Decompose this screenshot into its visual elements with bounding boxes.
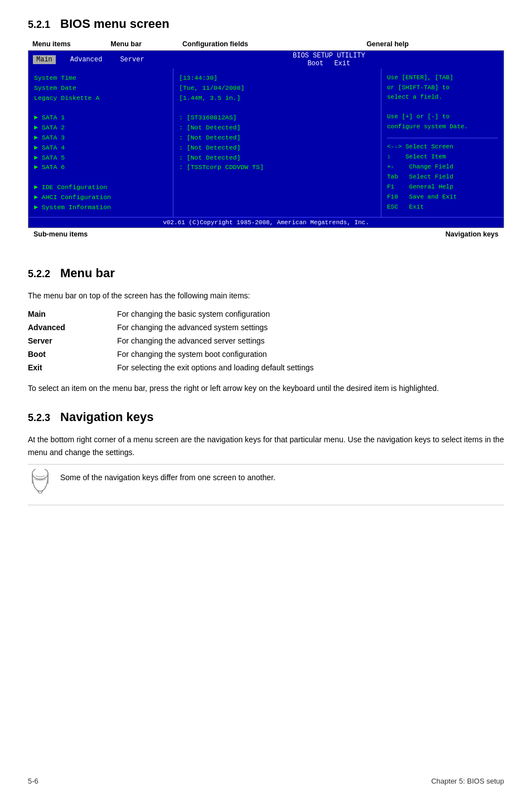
menu-item-advanced: Advanced: [67, 55, 106, 64]
section-522: 5.2.2 Menu bar The menu bar on top of th…: [28, 266, 504, 395]
section-523-title: Navigation keys: [60, 410, 154, 424]
bios-body: System Time System Date Legacy Diskette …: [28, 69, 504, 217]
bios-diagram: Menu items Menu bar Configuration fields…: [28, 40, 504, 240]
def-term-exit: Exit: [28, 363, 117, 372]
def-term-boot: Boot: [28, 350, 117, 359]
section-522-number: 5.2.2: [28, 268, 50, 280]
label-general-help: General help: [271, 40, 504, 48]
menu-item-boot: Boot: [304, 59, 327, 68]
section-522-note: To select an item on the menu bar, press…: [28, 382, 504, 394]
note-box: Some of the navigation keys differ from …: [28, 464, 504, 505]
label-sub-menu: Sub-menu items: [33, 230, 88, 238]
footer-page-number: 5-6: [28, 777, 38, 785]
bios-left-panel: System Time System Date Legacy Diskette …: [28, 69, 173, 217]
bios-help-text: Use [ENTER], [TAB] or [SHIFT-TAB] to sel…: [387, 73, 498, 132]
note-icon: [28, 469, 52, 498]
svg-point-0: [32, 469, 48, 479]
section-523-intro: At the bottom right corner of a menu scr…: [28, 433, 504, 458]
label-config-fields: Configuration fields: [159, 40, 271, 48]
section-521: 5.2.1 BIOS menu screen Menu items Menu b…: [28, 17, 504, 240]
def-term-advanced: Advanced: [28, 323, 117, 332]
menu-item-exit: Exit: [331, 59, 354, 68]
label-menu-bar: Menu bar: [93, 40, 159, 48]
page-footer: 5-6 Chapter 5: BIOS setup: [28, 777, 504, 785]
def-desc-server: For changing the advanced server setting…: [117, 336, 504, 345]
def-desc-main: For changing the basic system configurat…: [117, 310, 504, 318]
section-521-title: BIOS menu screen: [60, 17, 170, 31]
bios-center-panel: [13:44:30] [Tue, 11/04/2008] [1.44M, 3.5…: [173, 69, 381, 217]
note-text: Some of the navigation keys differ from …: [60, 471, 275, 484]
menu-item-main: Main: [33, 55, 56, 64]
bios-footer: v02.61 (C)Copyright 1985-2008, American …: [28, 217, 504, 228]
def-row-server: Server For changing the advanced server …: [28, 334, 504, 347]
menu-item-server: Server: [117, 55, 147, 64]
def-row-exit: Exit For selecting the exit options and …: [28, 361, 504, 374]
section-522-title: Menu bar: [60, 266, 115, 281]
bios-screen: Main Advanced Server BIOS SETUP UTILITY …: [28, 50, 504, 228]
label-nav-keys: Navigation keys: [446, 230, 499, 238]
pencil-icon: [29, 469, 51, 494]
bios-right-panel: Use [ENTER], [TAB] or [SHIFT-TAB] to sel…: [381, 69, 504, 217]
def-desc-advanced: For changing the advanced system setting…: [117, 323, 504, 332]
section-522-intro: The menu bar on top of the screen has th…: [28, 289, 504, 302]
section-523-number: 5.2.3: [28, 412, 50, 424]
def-term-main: Main: [28, 310, 117, 318]
def-term-server: Server: [28, 336, 117, 345]
def-row-advanced: Advanced For changing the advanced syste…: [28, 321, 504, 334]
footer-chapter: Chapter 5: BIOS setup: [431, 777, 504, 785]
bios-center-content: [13:44:30] [Tue, 11/04/2008] [1.44M, 3.5…: [179, 73, 375, 172]
bios-left-content: System Time System Date Legacy Diskette …: [34, 73, 167, 212]
menu-definitions: Main For changing the basic system confi…: [28, 307, 504, 374]
label-menu-items: Menu items: [32, 40, 93, 48]
bios-footer-text: v02.61 (C)Copyright 1985-2008, American …: [163, 219, 369, 226]
def-desc-boot: For changing the system boot configurati…: [117, 350, 504, 359]
bottom-labels: Sub-menu items Navigation keys: [28, 228, 504, 240]
def-desc-exit: For selecting the exit options and loadi…: [117, 363, 504, 372]
section-521-number: 5.2.1: [28, 19, 50, 31]
bios-nav-keys: <--> Select Screen ↕ Select Item +- Chan…: [387, 138, 498, 212]
def-row-boot: Boot For changing the system boot config…: [28, 347, 504, 361]
section-523: 5.2.3 Navigation keys At the bottom righ…: [28, 410, 504, 505]
def-row-main: Main For changing the basic system confi…: [28, 307, 504, 321]
bios-menubar: Main Advanced Server BIOS SETUP UTILITY …: [28, 51, 504, 69]
bios-header-text: BIOS SETUP UTILITY: [293, 52, 365, 60]
